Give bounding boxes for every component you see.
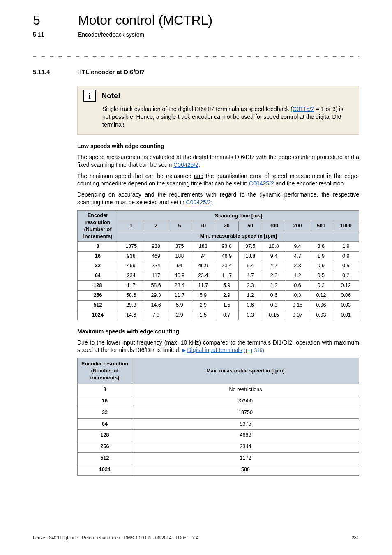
note-box: i Note! Single-track evaluation of the d… bbox=[77, 86, 359, 135]
table-cell: 93.8 bbox=[215, 241, 238, 251]
table-row-header: 256 bbox=[78, 441, 132, 453]
table-cell: 0.3 bbox=[238, 310, 262, 320]
table-cell: 1.2 bbox=[238, 291, 262, 301]
table-header: Encoder resolution (Number of increments… bbox=[78, 211, 118, 242]
table-cell: 188 bbox=[168, 251, 191, 261]
table-cell: 938 bbox=[144, 241, 168, 251]
footer-left: Lenze · 8400 HighLine · Referenzhandbuch… bbox=[33, 535, 198, 541]
text: Depending on accuracy and the requiremen… bbox=[77, 191, 359, 206]
table-cell: 938 bbox=[118, 251, 144, 261]
table-row-header: 512 bbox=[78, 453, 132, 464]
table-cell: 5.9 bbox=[168, 300, 191, 310]
table-cell: 23.4 bbox=[215, 261, 238, 271]
table-row-header: 8 bbox=[78, 241, 118, 251]
table-header: 50 bbox=[238, 221, 262, 231]
table-header: Encoder resolution (Number of increments… bbox=[78, 358, 132, 384]
min-speed-table: Encoder resolution (Number of increments… bbox=[77, 210, 359, 320]
table-cell: 94 bbox=[168, 261, 191, 271]
table-cell: 11.7 bbox=[191, 281, 215, 291]
table-cell: 0.3 bbox=[286, 291, 309, 301]
link-c00425-2[interactable]: C00425/2 bbox=[173, 162, 198, 168]
table-cell: 37500 bbox=[132, 395, 359, 407]
table-cell: 0.15 bbox=[262, 310, 286, 320]
table-cell: 37.5 bbox=[238, 241, 262, 251]
page-ref-number: 319) bbox=[253, 347, 264, 353]
table-cell: 2.9 bbox=[215, 291, 238, 301]
table-cell: 188 bbox=[191, 241, 215, 251]
table-row-header: 32 bbox=[78, 407, 132, 418]
footer-page-number: 281 bbox=[352, 535, 359, 541]
table-cell: 0.9 bbox=[309, 261, 333, 271]
table-cell: 2.3 bbox=[262, 271, 286, 281]
table-cell: 18.8 bbox=[238, 251, 262, 261]
heading-low-speeds: Low speeds with edge counting bbox=[77, 142, 359, 150]
table-cell: 117 bbox=[144, 271, 168, 281]
text: and the encoder resolution. bbox=[276, 180, 346, 187]
table-cell: 0.03 bbox=[309, 310, 333, 320]
table-cell: 117 bbox=[118, 281, 144, 291]
table-row-header: 32 bbox=[78, 261, 118, 271]
table-cell: 0.7 bbox=[215, 310, 238, 320]
table-cell: 375 bbox=[168, 241, 191, 251]
table-cell: 469 bbox=[118, 261, 144, 271]
table-cell: 23.4 bbox=[191, 271, 215, 281]
table-header: 500 bbox=[309, 221, 333, 231]
table-cell: 2344 bbox=[132, 441, 359, 453]
table-cell: 0.2 bbox=[309, 281, 333, 291]
section-number: 5.11.4 bbox=[33, 68, 67, 76]
table-header: 100 bbox=[262, 221, 286, 231]
text: The speed measurement is evaluated at th… bbox=[77, 154, 359, 168]
table-row-header: 128 bbox=[78, 281, 118, 291]
table-cell: 14.6 bbox=[144, 300, 168, 310]
table-cell: 0.2 bbox=[333, 271, 359, 281]
link-c00425-2[interactable]: C00425/2 bbox=[186, 199, 211, 206]
note-title: Note! bbox=[101, 91, 120, 101]
table-header: 5 bbox=[168, 221, 191, 231]
table-cell: 11.7 bbox=[168, 291, 191, 301]
table-sub-header: Min. measurable speed in [rpm] bbox=[118, 231, 359, 241]
table-row-header: 512 bbox=[78, 300, 118, 310]
table-cell: 0.5 bbox=[309, 271, 333, 281]
table-cell: 23.4 bbox=[168, 281, 191, 291]
table-header: 1000 bbox=[333, 221, 359, 231]
table-cell: 2.3 bbox=[286, 261, 309, 271]
table-cell: 1.2 bbox=[262, 281, 286, 291]
table-header: Max. measurable speed in [rpm] bbox=[132, 358, 359, 384]
table-cell: 4688 bbox=[132, 430, 359, 441]
table-cell: 94 bbox=[191, 251, 215, 261]
paragraph: The speed measurement is evaluated at th… bbox=[77, 153, 359, 169]
table-cell: 46.9 bbox=[191, 261, 215, 271]
table-cell: 0.6 bbox=[262, 291, 286, 301]
table-cell: 1.5 bbox=[215, 300, 238, 310]
table-cell: 2.9 bbox=[191, 300, 215, 310]
table-row-header: 16 bbox=[78, 251, 118, 261]
table-cell: 0.3 bbox=[262, 300, 286, 310]
table-cell: 4.7 bbox=[286, 251, 309, 261]
divider-line: _ _ _ _ _ _ _ _ _ _ _ _ _ _ _ _ _ _ _ _ … bbox=[33, 49, 359, 57]
info-icon: i bbox=[83, 90, 96, 102]
max-speed-table: Encoder resolution (Number of increments… bbox=[77, 358, 359, 476]
table-row-header: 256 bbox=[78, 291, 118, 301]
table-cell: 0.01 bbox=[333, 310, 359, 320]
table-row-header: 1024 bbox=[78, 310, 118, 320]
table-header: 10 bbox=[191, 221, 215, 231]
table-cell: 14.6 bbox=[118, 310, 144, 320]
table-cell: 2.3 bbox=[238, 281, 262, 291]
text: The minimum speed that can be measured bbox=[77, 173, 194, 179]
table-cell: 18750 bbox=[132, 407, 359, 418]
table-cell: 0.15 bbox=[286, 300, 309, 310]
table-cell: 0.12 bbox=[309, 291, 333, 301]
table-cell: 469 bbox=[144, 251, 168, 261]
table-cell: 0.12 bbox=[333, 281, 359, 291]
link-c00425-2[interactable]: C00425/2 bbox=[249, 180, 276, 187]
table-cell: 9375 bbox=[132, 418, 359, 430]
table-cell: 234 bbox=[144, 261, 168, 271]
table-cell: 1875 bbox=[118, 241, 144, 251]
paragraph: Due to the lower input frequency (max. 1… bbox=[77, 339, 359, 354]
table-cell: 0.6 bbox=[238, 300, 262, 310]
table-cell: 3.8 bbox=[309, 241, 333, 251]
chapter-title: Motor control (MCTRL) bbox=[78, 12, 212, 29]
link-c0115-2[interactable]: C0115/2 bbox=[293, 106, 314, 112]
link-digital-input-terminals[interactable]: Digital input terminals bbox=[187, 347, 242, 353]
table-cell: 1.9 bbox=[309, 251, 333, 261]
